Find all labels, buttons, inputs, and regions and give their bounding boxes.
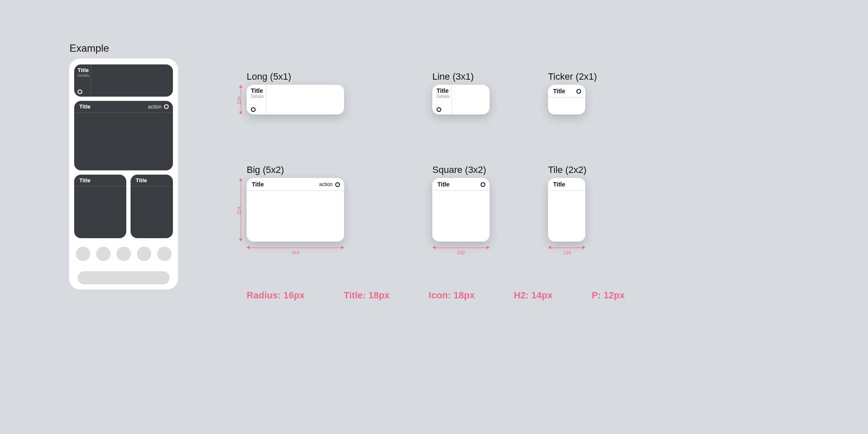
example-tile-card: Title (74, 175, 126, 238)
nav-dot (96, 247, 111, 261)
widget-label-long: Long (5x1) (247, 71, 291, 82)
card-details: Details (78, 73, 88, 78)
dimension-104: 104 (237, 85, 245, 114)
card-title: Title (78, 67, 88, 73)
card-action-label: action (319, 181, 333, 187)
dimension-344: 344 (247, 244, 344, 253)
card-title: Title (437, 87, 449, 94)
phone-mock: Title Details Title action Title Title (69, 58, 178, 289)
widget-label-ticker: Ticker (2x1) (548, 71, 597, 82)
specs-row: Radius: 16px Title: 18px Icon: 18px H2: … (247, 290, 625, 301)
nav-dot (157, 247, 172, 261)
widget-big: Title action (247, 178, 344, 242)
example-heading: Example (70, 42, 109, 54)
card-title: Title (553, 88, 565, 95)
dimension-200: 200 (432, 244, 490, 253)
widget-tile: Title (548, 178, 585, 242)
widget-ticker: Title (548, 85, 585, 114)
dimension-224: 224 (237, 178, 245, 242)
card-details: Details (437, 94, 449, 99)
card-title: Title (553, 181, 565, 188)
example-big-card: Title action (74, 101, 173, 170)
card-title: Title (437, 181, 450, 188)
widget-label-square: Square (3x2) (432, 164, 486, 175)
widget-label-line: Line (3x1) (432, 71, 474, 82)
spec-h2: H2: 14px (514, 290, 553, 301)
circle-icon (251, 107, 256, 112)
widget-line: Title Details (432, 85, 490, 114)
circle-icon (335, 182, 340, 187)
spec-title: Title: 18px (344, 290, 389, 301)
circle-icon (78, 89, 82, 94)
nav-dots (74, 247, 173, 261)
nav-dot (76, 247, 90, 261)
nav-dot (137, 247, 151, 261)
example-long-card: Title Details (74, 64, 173, 97)
card-title: Title (251, 87, 263, 94)
example-tile-card: Title (131, 175, 173, 238)
card-title: Title (79, 103, 91, 110)
card-action-label: action (148, 104, 161, 110)
widget-label-big: Big (5x2) (247, 164, 284, 175)
circle-icon (576, 89, 581, 94)
widget-square: Title (432, 178, 490, 242)
spec-radius: Radius: 16px (247, 290, 305, 301)
widget-label-tile: Tile (2x2) (548, 164, 587, 175)
circle-icon (164, 104, 169, 109)
dimension-128: 128 (548, 244, 585, 253)
card-title: Title (136, 177, 169, 184)
widget-long: Title Details (247, 85, 344, 114)
card-details: Details (251, 94, 263, 99)
card-title: Title (252, 181, 264, 188)
spec-icon: Icon: 18px (428, 290, 475, 301)
nav-dot (117, 247, 131, 261)
example-tile-row: Title Title (74, 175, 173, 238)
circle-icon (481, 182, 485, 187)
spec-p: P: 12px (592, 290, 625, 301)
circle-icon (437, 107, 441, 112)
bottom-pill (78, 271, 170, 284)
card-title: Title (79, 177, 122, 184)
